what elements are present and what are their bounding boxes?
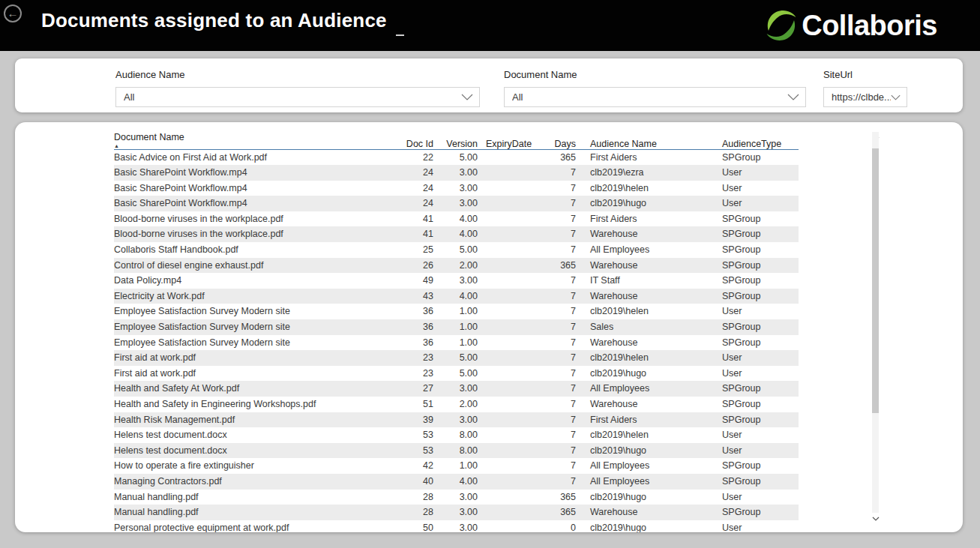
document-name-dropdown[interactable]: All	[504, 87, 806, 107]
chevron-down-icon	[872, 517, 880, 521]
cell-document_name: First aid at work.pdf	[114, 366, 405, 382]
back-button[interactable]: ←	[4, 4, 22, 22]
cell-version: 3.00	[433, 181, 478, 196]
cell-days: 7	[535, 397, 576, 412]
cell-audience_type: User	[721, 181, 799, 196]
table-row: Manual handling.pdf283.00365clb2019\hugo…	[114, 490, 799, 505]
cell-doc_id: 22	[405, 149, 433, 165]
cell-doc_id: 53	[405, 427, 433, 443]
cell-audience_type: User	[721, 490, 799, 505]
cell-days: 365	[535, 490, 576, 505]
scrollbar-down-button[interactable]	[871, 514, 881, 523]
cell-days: 7	[535, 474, 576, 490]
column-header-expiry_date[interactable]: ExpiryDate	[478, 128, 535, 149]
cell-doc_id: 36	[405, 335, 433, 351]
cell-audience_type: SPGroup	[721, 412, 799, 428]
cell-expiry_date	[478, 520, 535, 532]
table-row: Manual handling.pdf283.00365WarehouseSPG…	[114, 505, 799, 520]
table-row: Electricity at Work.pdf434.007WarehouseS…	[114, 289, 799, 304]
cell-audience_name: All Employees	[576, 458, 721, 474]
documents-table: Document Name▲Doc IdVersionExpiryDateDay…	[114, 128, 799, 532]
table-row: Basic Advice on First Aid at Work.pdf225…	[114, 149, 799, 165]
collaboris-logo-icon	[764, 8, 799, 43]
chevron-down-icon	[461, 94, 473, 100]
cell-audience_name: Warehouse	[576, 226, 721, 242]
cell-version: 3.00	[433, 273, 478, 289]
column-header-doc_id[interactable]: Doc Id	[405, 128, 433, 149]
cell-expiry_date	[478, 474, 535, 490]
cell-doc_id: 28	[405, 490, 433, 505]
cell-doc_id: 27	[405, 381, 433, 397]
cell-version: 5.00	[433, 242, 478, 258]
table-row: Control of diesel engine exhaust.pdf262.…	[114, 258, 799, 274]
cell-expiry_date	[478, 273, 535, 289]
cell-document_name: Health Risk Management.pdf	[114, 412, 405, 428]
cell-audience_type: SPGroup	[721, 226, 799, 242]
cell-audience_type: User	[721, 165, 799, 181]
cell-doc_id: 49	[405, 273, 433, 289]
cell-version: 3.00	[433, 490, 478, 505]
cell-expiry_date	[478, 258, 535, 274]
cell-days: 365	[535, 505, 576, 520]
cell-version: 5.00	[433, 149, 478, 165]
cell-audience_name: All Employees	[576, 242, 721, 258]
cell-doc_id: 28	[405, 505, 433, 520]
cell-days: 365	[535, 258, 576, 274]
column-header-document_name[interactable]: Document Name▲	[114, 128, 405, 149]
cell-expiry_date	[478, 350, 535, 366]
cell-expiry_date	[478, 319, 535, 335]
cell-days: 7	[535, 289, 576, 304]
cell-doc_id: 23	[405, 366, 433, 382]
cell-expiry_date	[478, 397, 535, 412]
table-row: First aid at work.pdf235.007clb2019\hugo…	[114, 366, 799, 382]
cell-audience_type: User	[721, 520, 799, 532]
cell-doc_id: 24	[405, 181, 433, 196]
cell-expiry_date	[478, 412, 535, 428]
cell-version: 8.00	[433, 427, 478, 443]
cell-audience_type: SPGroup	[721, 474, 799, 490]
table-row: Helens test document.docx538.007clb2019\…	[114, 427, 799, 443]
cell-audience_name: Warehouse	[576, 258, 721, 274]
chevron-down-icon	[787, 94, 799, 100]
filter-label: SiteUrl	[823, 69, 907, 80]
cell-audience_name: All Employees	[576, 474, 721, 490]
cell-audience_name: clb2019\hugo	[576, 443, 721, 459]
table-row: Basic SharePoint Workflow.mp4243.007clb2…	[114, 181, 799, 196]
cell-doc_id: 26	[405, 258, 433, 274]
column-header-version[interactable]: Version	[433, 128, 478, 149]
cell-days: 7	[535, 412, 576, 428]
table-row: Health and Safety At Work.pdf273.007All …	[114, 381, 799, 397]
audience-name-dropdown[interactable]: All	[115, 87, 480, 107]
cell-version: 1.00	[433, 319, 478, 335]
cell-audience_type: SPGroup	[721, 335, 799, 351]
cell-expiry_date	[478, 443, 535, 459]
cell-doc_id: 24	[405, 196, 433, 211]
column-header-audience_name[interactable]: Audience Name	[576, 128, 721, 149]
cell-audience_type: SPGroup	[721, 258, 799, 274]
cell-audience_type: SPGroup	[721, 505, 799, 520]
table-row: Health Risk Management.pdf393.007First A…	[114, 412, 799, 428]
cell-days: 7	[535, 226, 576, 242]
dropdown-value: https://clbde...	[832, 91, 891, 103]
cell-document_name: Blood-borne viruses in the workplace.pdf	[114, 226, 405, 242]
cell-version: 3.00	[433, 520, 478, 532]
cell-days: 7	[535, 458, 576, 474]
cell-doc_id: 36	[405, 304, 433, 319]
cell-doc_id: 42	[405, 458, 433, 474]
siteurl-dropdown[interactable]: https://clbde...	[823, 87, 907, 107]
cell-version: 5.00	[433, 366, 478, 382]
column-header-days[interactable]: Days	[535, 128, 576, 149]
cursor-dash	[396, 34, 404, 36]
cell-days: 7	[535, 211, 576, 227]
cell-audience_name: IT Staff	[576, 273, 721, 289]
table-row: Employee Satisfaction Survey Modern site…	[114, 319, 799, 335]
cell-document_name: Health and Safety At Work.pdf	[114, 381, 405, 397]
scrollbar-thumb[interactable]	[872, 148, 879, 413]
cell-audience_name: clb2019\ezra	[576, 165, 721, 181]
cell-version: 3.00	[433, 196, 478, 211]
cell-version: 3.00	[433, 165, 478, 181]
column-header-audience_type[interactable]: AudienceType	[721, 128, 799, 149]
cell-document_name: Manual handling.pdf	[114, 490, 405, 505]
cell-audience_name: clb2019\helen	[576, 304, 721, 319]
cell-version: 2.00	[433, 397, 478, 412]
